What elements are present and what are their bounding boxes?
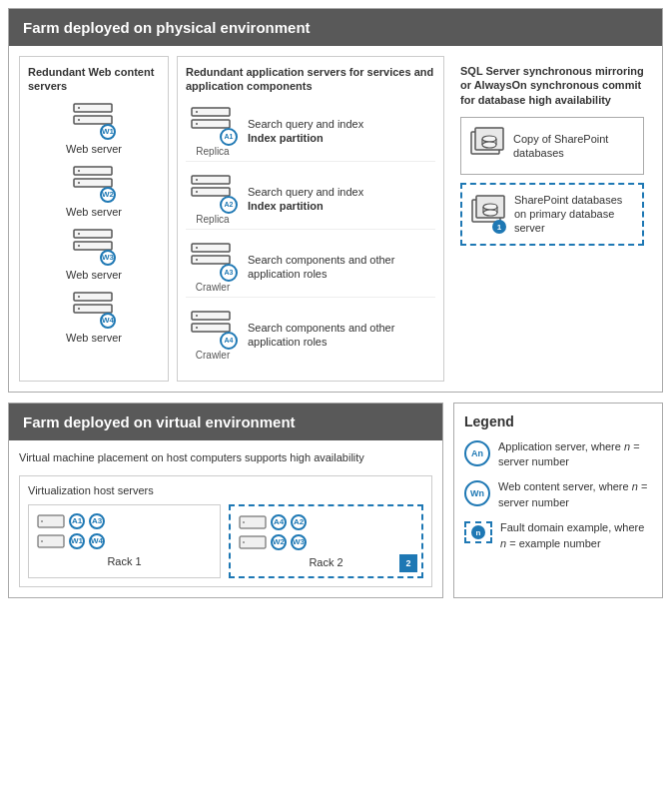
web-servers-column: Redundant Web content servers W1 Web ser… — [19, 56, 169, 382]
a1-role-label: Replica — [196, 146, 229, 157]
rack-server-icon-2 — [37, 534, 65, 548]
app-icon-wrap-a4: A4 Crawler — [186, 310, 240, 361]
virtual-farm-body: Virtual machine placement on host comput… — [9, 440, 442, 597]
rack2-label: Rack 2 — [239, 556, 413, 568]
a2-badge: A2 — [220, 196, 238, 214]
w4-small-badge: W4 — [89, 533, 105, 549]
app-row-a3: A3 Crawler Search components and other a… — [186, 238, 435, 298]
rack-server-icon-4 — [239, 535, 267, 549]
legend-web-server-icon: Wn — [464, 480, 490, 506]
vhost-box: Virtualization host servers A1 — [19, 475, 432, 587]
web-server-icon-3: W3 — [72, 228, 116, 266]
legend-title: Legend — [464, 413, 652, 429]
svg-point-43 — [483, 210, 497, 216]
a1-small-badge: A1 — [69, 513, 85, 529]
legend-fault-domain-text: Fault domain example, where n = example … — [500, 520, 652, 551]
web-server-2: W2 Web server — [28, 165, 160, 218]
w1-badge: W1 — [100, 124, 116, 140]
a4-badge: A4 — [220, 332, 238, 350]
w4-badge: W4 — [100, 313, 116, 329]
legend-fault-domain-icon: n — [464, 521, 492, 543]
virtual-subtitle: Virtual machine placement on host comput… — [19, 450, 432, 465]
a1-row-text: Search query and index Index partition — [248, 117, 435, 146]
app-servers-column: Redundant application servers for servic… — [177, 56, 444, 382]
a3-role-label: Crawler — [196, 282, 230, 293]
legend-web-server-text: Web content server, where n = server num… — [498, 479, 652, 510]
rack-2: A4 A2 W2 W3 — [229, 504, 423, 578]
web-server-3-label: Web server — [66, 269, 122, 281]
sql-copy-text: Copy of SharePoint databases — [513, 132, 635, 161]
web-server-1: W1 Web server — [28, 102, 160, 155]
physical-farm-title: Farm deployed on physical environment — [23, 19, 311, 36]
w2-small-badge: W2 — [271, 534, 287, 550]
sql-copy-box: Copy of SharePoint databases — [460, 117, 644, 175]
a3-text-line1: Search components and other application … — [248, 253, 435, 282]
rack-server-icon — [37, 514, 65, 528]
sql-primary-box: 1 SharePoint databases on primary databa… — [460, 183, 644, 246]
web-server-2-label: Web server — [66, 206, 122, 218]
svg-point-40 — [483, 204, 497, 210]
sql-column: SQL Server synchronous mirroring or Alwa… — [452, 56, 652, 382]
svg-point-37 — [482, 142, 496, 148]
web-server-3: W3 Web server — [28, 228, 160, 281]
a4-row-text: Search components and other application … — [248, 321, 435, 350]
legend-app-server-text: Application server, where n = server num… — [498, 439, 652, 470]
legend-app-server-icon: An — [464, 440, 490, 466]
rack-1: A1 A3 W1 W4 — [28, 504, 221, 578]
a2-text-line1: Search query and index — [248, 185, 435, 199]
a2-small-badge: A2 — [291, 514, 307, 530]
app-icon-wrap-a2: A2 Replica — [186, 174, 240, 225]
a1-text-bold: Index partition — [248, 131, 435, 145]
db-primary-icon: 1 — [470, 194, 506, 234]
app-row-a2: A2 Replica Search query and index Index … — [186, 170, 435, 230]
a4-role-label: Crawler — [196, 350, 230, 361]
a3-small-badge: A3 — [89, 513, 105, 529]
a4-text-line1: Search components and other application … — [248, 321, 435, 350]
legend-item-app-server: An Application server, where n = server … — [464, 439, 652, 470]
sql-primary-text: SharePoint databases on primary database… — [514, 193, 634, 236]
legend-item-fault-domain: n Fault domain example, where n = exampl… — [464, 520, 652, 551]
rack1-row1: A1 A3 — [37, 513, 212, 529]
app-icon-wrap-a3: A3 Crawler — [186, 242, 240, 293]
a4-small-badge: A4 — [271, 514, 287, 530]
w3-small-badge: W3 — [291, 534, 307, 550]
db-primary-badge: 1 — [492, 220, 506, 234]
rack2-row1: A4 A2 — [239, 514, 413, 530]
a3-row-text: Search components and other application … — [248, 253, 435, 282]
virtual-farm-section: Farm deployed on virtual environment Vir… — [8, 403, 443, 598]
web-server-icon-2: W2 — [72, 165, 116, 203]
a2-text-bold: Index partition — [248, 199, 435, 213]
w2-badge: W2 — [100, 187, 116, 203]
web-servers-title: Redundant Web content servers — [28, 65, 160, 94]
physical-farm-section: Farm deployed on physical environment Re… — [8, 8, 663, 393]
app-row-a1: A1 Replica Search query and index Index … — [186, 102, 435, 162]
sql-title: SQL Server synchronous mirroring or Alwa… — [460, 64, 644, 107]
a1-text-line1: Search query and index — [248, 117, 435, 131]
rack1-row2: W1 W4 — [37, 533, 212, 549]
a2-row-text: Search query and index Index partition — [248, 185, 435, 214]
web-server-4: W4 Web server — [28, 291, 160, 344]
a2-role-label: Replica — [196, 214, 229, 225]
racks-row: A1 A3 W1 W4 — [28, 504, 423, 578]
web-server-4-label: Web server — [66, 332, 122, 344]
web-server-1-label: Web server — [66, 143, 122, 155]
virtual-farm-header: Farm deployed on virtual environment — [9, 404, 442, 440]
a1-badge: A1 — [220, 128, 238, 146]
virtual-farm-title: Farm deployed on virtual environment — [23, 413, 296, 430]
a3-badge: A3 — [220, 264, 238, 282]
app-icon-wrap-a1: A1 Replica — [186, 106, 240, 157]
physical-farm-header: Farm deployed on physical environment — [9, 9, 662, 46]
web-server-icon-1: W1 — [72, 102, 116, 140]
bottom-section: Farm deployed on virtual environment Vir… — [8, 403, 663, 598]
svg-point-34 — [482, 136, 496, 142]
app-row-a4: A4 Crawler Search components and other a… — [186, 306, 435, 365]
legend-item-web-server: Wn Web content server, where n = server … — [464, 479, 652, 510]
rack1-label: Rack 1 — [37, 555, 212, 567]
physical-farm-body: Redundant Web content servers W1 Web ser… — [9, 46, 662, 392]
rack-server-icon-3 — [239, 515, 267, 529]
w1-small-badge: W1 — [69, 533, 85, 549]
w3-badge: W3 — [100, 250, 116, 266]
rack2-row2: W2 W3 — [239, 534, 413, 550]
app-servers-title: Redundant application servers for servic… — [186, 65, 435, 94]
vhost-title: Virtualization host servers — [28, 484, 423, 496]
